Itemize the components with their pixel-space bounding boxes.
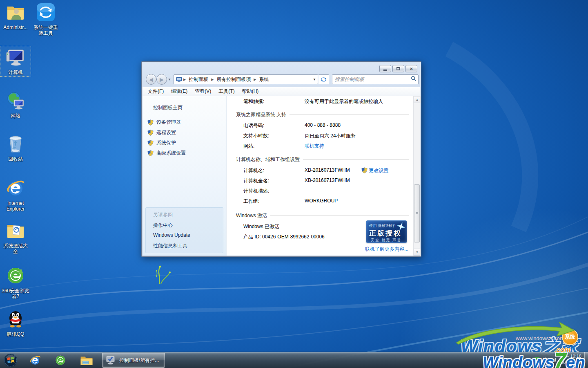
navigation-bar: ◀ ▶ ▼ ▶ 控制面板 ▶ 所有控制面板项 ▶ 系统 ▼ [142, 73, 421, 85]
sidebar-item-action-center[interactable]: 操作中心 [153, 222, 173, 229]
reinstall-tool-icon [36, 2, 56, 22]
scroll-down-button[interactable]: ▼ [414, 249, 421, 256]
start-button[interactable] [3, 354, 18, 367]
user-folder-icon [6, 2, 25, 22]
back-button[interactable]: ◀ [146, 74, 156, 85]
taskbar-windows-explorer[interactable] [79, 354, 94, 367]
history-dropdown-icon[interactable]: ▼ [168, 78, 171, 81]
sidebar-item-advanced-settings[interactable]: 高级系统设置 [147, 150, 186, 157]
genuine-star-icon [396, 222, 406, 231]
tray-time: 上午 10:18 [560, 353, 581, 359]
breadcrumb-control-panel[interactable]: 控制面板 [186, 75, 211, 84]
folder-icon [80, 355, 93, 366]
website-row: 网站: 联机支持 [227, 143, 412, 149]
sidebar-item-device-manager[interactable]: 设备管理器 [147, 119, 181, 126]
sidebar-item-windows-update[interactable]: Windows Update [153, 232, 190, 238]
desktop-icon-reinstall-tool[interactable]: 系统一键重 装工具 [30, 2, 61, 36]
field-label: 支持小时数: [243, 132, 269, 139]
desktop-icon-computer[interactable]: 计算机 [0, 46, 31, 77]
tray-network-icon[interactable] [551, 357, 557, 362]
window-sidebar: 控制面板主页 设备管理器 远程设置 系统保护 高级系统设置 另请参阅 操作中心 … [143, 96, 227, 256]
field-value: WORKGROUP [305, 198, 338, 204]
genuine-microsoft-badge[interactable]: 使用 微软®软件 正版授权 安全 稳定 声誉 [366, 220, 407, 243]
tray-expand-icon[interactable]: ▲ [528, 358, 531, 361]
sidebar-item-label: 设备管理器 [156, 119, 181, 126]
minimize-icon [383, 70, 387, 71]
see-also-title: 另请参阅 [153, 211, 173, 218]
forward-button[interactable]: ▶ [156, 74, 167, 85]
active-window-title: 控制面板\所有控... [119, 357, 159, 364]
system-tray[interactable]: ▲ 上午 10:18 2016/7/13 [528, 353, 581, 366]
uac-shield-icon [147, 119, 154, 126]
tray-volume-icon[interactable] [543, 357, 548, 362]
menu-edit[interactable]: 编辑(E) [167, 87, 191, 96]
breadcrumb-all-items[interactable]: 所有控制面板项 [214, 75, 253, 84]
search-icon[interactable] [409, 76, 418, 83]
breadcrumb-separator: ▶ [211, 78, 214, 81]
field-label: 网站: [243, 143, 254, 150]
360-browser-icon [54, 354, 67, 366]
desktop-icon-activation-folder[interactable]: 系统激活大 全 [0, 221, 31, 254]
uac-shield-icon [147, 130, 154, 136]
uac-shield-icon [361, 167, 368, 173]
show-desktop-button[interactable] [584, 352, 588, 368]
search-input[interactable] [332, 76, 409, 82]
breadcrumb-separator: ▶ [253, 78, 256, 81]
address-breadcrumb-bar[interactable]: ▶ 控制面板 ▶ 所有控制面板项 ▶ 系统 ▼ [174, 74, 318, 84]
360-browser-icon [6, 266, 25, 285]
field-label: 计算机描述: [243, 188, 269, 195]
icon-label: 系统一键重 装工具 [30, 25, 61, 36]
field-value: XB-20160713FWHM [305, 167, 350, 173]
maximize-button[interactable] [392, 65, 404, 72]
window-body: 控制面板主页 设备管理器 远程设置 系统保护 高级系统设置 另请参阅 操作中心 … [143, 96, 420, 256]
section-rule [270, 215, 409, 216]
learn-more-online-link[interactable]: 联机了解更多内容... [365, 246, 408, 253]
icon-label: 计算机 [0, 70, 31, 75]
desktop-icon-administrator[interactable]: Administr... [0, 2, 31, 30]
taskbar-360-browser[interactable] [53, 354, 68, 367]
scroll-up-button[interactable]: ▲ [414, 96, 421, 103]
menu-help[interactable]: 帮助(H) [238, 87, 263, 96]
sidebar-item-label: 高级系统设置 [156, 150, 186, 157]
minimize-button[interactable] [379, 65, 391, 72]
vertical-scrollbar[interactable]: ▲ ▼ [413, 96, 420, 256]
sidebar-item-remote-settings[interactable]: 远程设置 [147, 129, 176, 136]
field-value: 周日至周六 24小时服务 [305, 132, 356, 139]
section-rule [303, 159, 409, 160]
icon-label: 回收站 [0, 156, 31, 162]
taskbar-active-window-button[interactable]: 控制面板\所有控... [102, 353, 165, 368]
breadcrumb-system[interactable]: 系统 [256, 75, 271, 84]
desktop-icon-internet-explorer[interactable]: Internet Explorer [0, 178, 31, 212]
sidebar-control-panel-home[interactable]: 控制面板主页 [153, 104, 183, 111]
icon-label: 腾讯QQ [0, 331, 31, 337]
sidebar-item-performance-tools[interactable]: 性能信息和工具 [153, 242, 187, 249]
field-label: 计算机名: [243, 167, 264, 174]
desktop-icon-recycle-bin[interactable]: 回收站 [0, 134, 31, 162]
system-info-panel: 笔和触摸: 没有可用于此显示器的笔或触控输入 系统之家精品系统 支持 电话号码:… [227, 96, 420, 256]
menu-tools[interactable]: 工具(T) [215, 87, 238, 96]
menu-view[interactable]: 查看(V) [191, 87, 215, 96]
activation-status: Windows 已激活 [243, 223, 279, 230]
search-box[interactable] [332, 74, 419, 84]
scrollbar-thumb[interactable] [414, 184, 420, 242]
online-support-link[interactable]: 联机支持 [305, 143, 324, 150]
taskbar-internet-explorer[interactable] [28, 354, 42, 367]
section-title: Windows 激活 [236, 212, 267, 219]
phone-row: 电话号码: 400 - 888 - 8888 [227, 122, 412, 129]
computer-name-row: 计算机名: XB-20160713FWHM 更改设置 [227, 167, 412, 174]
refresh-button[interactable] [318, 74, 329, 84]
change-settings-link[interactable]: 更改设置 [369, 168, 388, 173]
sidebar-item-system-protection[interactable]: 系统保护 [147, 139, 176, 146]
tray-security-icon[interactable] [534, 357, 540, 362]
desktop-icon-qq[interactable]: 腾讯QQ [0, 309, 31, 337]
computer-name-section-header: 计算机名称、域和工作组设置 [236, 156, 409, 163]
address-dropdown-icon[interactable]: ▼ [311, 75, 318, 84]
close-button[interactable]: ✕ [405, 65, 417, 72]
tray-clock[interactable]: 上午 10:18 2016/7/13 [560, 353, 581, 366]
change-settings[interactable]: 更改设置 [361, 167, 388, 174]
desktop-icon-network[interactable]: 网络 [0, 91, 31, 119]
sidebar-item-label: 系统保护 [156, 139, 176, 146]
system-page-icon [176, 77, 182, 82]
desktop-icon-360-browser[interactable]: 360安全浏览 器7 [0, 266, 31, 299]
menu-file[interactable]: 文件(F) [144, 87, 167, 96]
